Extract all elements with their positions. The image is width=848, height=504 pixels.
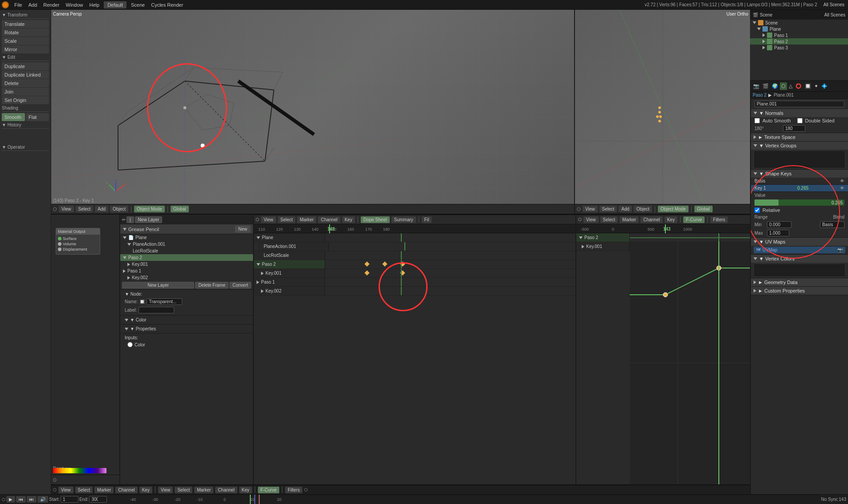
prop-icon-world[interactable]: 🌍 [771,82,779,90]
join-btn[interactable]: Join [2,88,49,96]
vertex-groups-list[interactable] [754,150,845,168]
gp-new-layer-btn[interactable]: New Layer [135,216,163,223]
gp-delete-frame-btn[interactable]: Delete Frame [195,282,228,289]
blend-input[interactable] [820,221,844,228]
prop-icon-particles[interactable]: ✦ [813,82,819,90]
custom-props-header[interactable]: ► Custom Properties [751,287,848,295]
vp2-object-btn[interactable]: Object [634,206,652,212]
fc-key-btn[interactable]: Key [665,216,677,223]
prop-icon-texture[interactable]: 🔲 [803,82,812,90]
fc-marker-btn[interactable]: Marker [620,216,639,223]
start-input[interactable] [61,496,78,503]
bt-key2[interactable]: Key [239,487,252,493]
bt-filters-btn[interactable]: Filters [285,487,302,493]
smooth-btn[interactable]: Smooth [2,113,25,121]
scale-btn[interactable]: Scale [2,37,49,45]
vp-select-btn[interactable]: Select [76,206,94,212]
ds-film-btn[interactable]: Fil [422,216,432,223]
ds-row-locrotscale[interactable]: LocRotScale [254,251,575,260]
texture-space-header[interactable]: ► Texture Space [751,133,848,141]
bt-channel-btn[interactable]: Channel [115,487,137,493]
history-header[interactable]: ▼ History [2,122,49,129]
range-min-input[interactable] [767,221,791,228]
menu-scene[interactable]: Scene [129,1,147,8]
vp2-mode-btn[interactable]: Object Mode [658,206,689,212]
angle-input[interactable] [783,125,805,132]
end-input[interactable] [89,496,107,503]
flat-btn[interactable]: Flat [26,113,49,121]
prop-icon-material[interactable]: ⭕ [794,82,803,90]
ds-row-paso1[interactable]: Paso 1 [254,278,575,287]
gp-paso2[interactable]: Paso 2 [120,254,253,261]
set-origin-btn[interactable]: Set Origin [2,96,49,104]
ds-summary-btn[interactable]: Summary [391,216,416,223]
translate-btn[interactable]: Translate [2,20,49,28]
prop-icon-render[interactable]: 📷 [752,82,761,90]
ds-row-action[interactable]: PlaneAction.001 [254,242,575,251]
prop-icon-mesh[interactable]: △ [787,82,794,90]
auto-smooth-check[interactable] [754,118,760,123]
relative-check[interactable] [754,207,760,213]
gt-start-btn[interactable]: ⏮ [16,496,26,503]
bt-view-btn[interactable]: View [58,487,73,493]
ds-row-key001[interactable]: Key.001 [254,269,575,278]
gt-audio-btn[interactable]: 🔊 [37,496,48,503]
value-bar-container[interactable]: 0.265 [754,199,844,206]
ds-key-btn[interactable]: Key [342,216,355,223]
double-sided-check[interactable] [797,118,803,123]
uv-maps-header[interactable]: ▼ UV Maps [751,238,848,246]
prop-icon-physics[interactable]: 💠 [820,82,829,90]
bt-select-btn[interactable]: Select [75,487,93,493]
vertex-colors-list[interactable] [754,264,845,277]
all-scenes-btn[interactable]: All Scenes [824,12,845,17]
vp-mode-btn[interactable]: Object Mode [134,206,165,212]
node-name-input[interactable] [147,298,182,305]
vp2-view-btn[interactable]: View [583,206,598,212]
bt-marker-btn[interactable]: Marker [94,487,114,493]
mirror-btn[interactable]: Mirror [2,45,49,53]
basis-eye-btn[interactable]: 👁 [840,179,844,183]
bt-select2[interactable]: Select [175,487,192,493]
ol-paso3[interactable]: Paso 3 [750,45,848,51]
gp-locrotscale[interactable]: LocRotScale [120,248,253,254]
vp2-add-btn[interactable]: Add [619,206,632,212]
geometry-data-header[interactable]: ► Geometry Data [751,278,848,286]
ds-view-btn[interactable]: View [261,216,276,223]
vp-object-btn[interactable]: Object [110,206,128,212]
delete-btn[interactable]: Delete [2,79,49,87]
ds-channel-btn[interactable]: Channel [318,216,340,223]
fc-select-btn[interactable]: Select [600,216,618,223]
global-timeline-track[interactable]: -40 -30 -20 -10 0 10 20 [108,495,820,504]
key1-row[interactable]: Key 1 0.265 👁 [751,185,848,192]
shape-keys-header[interactable]: ▼ Shape Keys [751,170,848,178]
bt-channel2[interactable]: Channel [215,487,237,493]
range-max-input[interactable] [767,230,789,236]
menu-help[interactable]: Help [88,1,102,8]
fc-filters-btn[interactable]: Filters [710,216,728,223]
edit-header[interactable]: ▼ Edit [2,54,49,61]
ol-paso1[interactable]: Paso 1 [750,32,848,38]
duplicate-btn[interactable]: Duplicate [2,62,49,70]
fc-view-btn[interactable]: View [583,216,599,223]
gp-new-layer-btn2[interactable]: New Layer [122,282,194,289]
bt-view2[interactable]: View [158,487,173,493]
vertex-colors-header[interactable]: ▼ Vertex Colors [751,255,848,263]
vp-view-btn[interactable]: View [59,206,74,212]
color-swatch[interactable] [127,342,133,347]
rotate-btn[interactable]: Rotate [2,28,49,37]
menu-window[interactable]: Window [64,1,85,8]
duplicate-linked-btn[interactable]: Duplicate Linked [2,71,49,79]
vp2-select-btn[interactable]: Select [599,206,617,212]
fc-fcurve-btn[interactable]: F-Curve [683,216,705,223]
gp-plane[interactable]: 📄 Plane [120,234,253,241]
all-scenes[interactable]: All Scenes [822,1,846,8]
bt-fcurve-btn[interactable]: F-Curve [258,487,279,493]
node-label-input[interactable] [139,307,174,313]
menu-render[interactable]: Render [41,1,61,8]
vertex-groups-header[interactable]: ▼ Vertex Groups [751,142,848,150]
right-3d-viewport[interactable]: User Ortho ⬡ View Select Add Object Obje… [574,10,750,214]
gp-plane-action[interactable]: PlaneAction.001 [120,241,253,248]
uvmap-camera-icon[interactable]: 📷 [837,248,843,252]
transform-header[interactable]: ▼ Transform [2,12,49,19]
ds-marker-btn[interactable]: Marker [297,216,316,223]
